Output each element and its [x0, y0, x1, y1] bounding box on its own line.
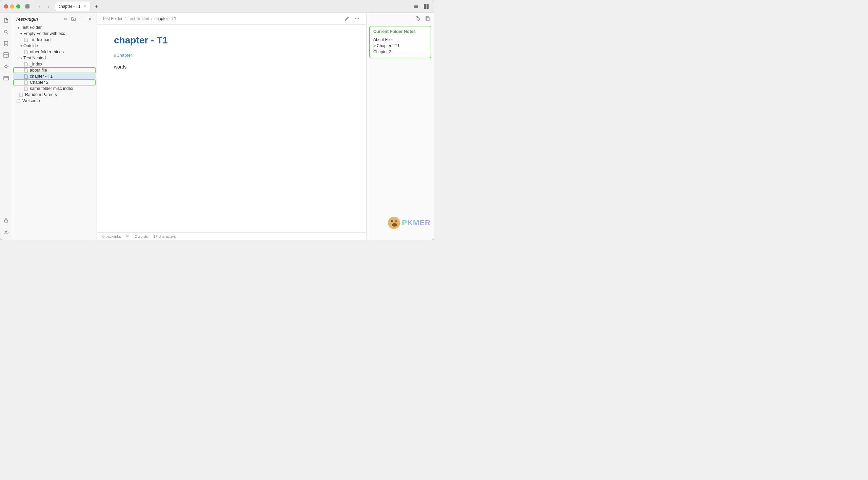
sidebar-item-chapter-t1[interactable]: chapter - T1 [13, 73, 96, 79]
svg-point-28 [417, 18, 418, 18]
svg-point-19 [5, 232, 7, 233]
file-label: same folder misc index [30, 86, 93, 91]
file-label: chapter - T1 [30, 74, 93, 79]
titlebar: ‹ › chapter - T1 × + [0, 0, 434, 13]
traffic-lights [4, 4, 20, 8]
sidebar-item-welcome[interactable]: Welcome [13, 98, 96, 104]
search-icon[interactable] [1, 27, 11, 37]
sidebar-actions: ✏ ✕ [62, 16, 93, 22]
collapse-panels-button[interactable] [412, 3, 420, 10]
right-panel-toolbar [367, 13, 434, 24]
files-icon[interactable] [1, 16, 11, 25]
file-label: about file [30, 68, 93, 73]
svg-rect-29 [427, 17, 429, 21]
close-button[interactable] [4, 4, 8, 8]
tab-label: chapter - T1 [59, 4, 80, 9]
svg-rect-3 [414, 7, 418, 8]
file-icon [23, 68, 28, 73]
folder-label: Test Nested [23, 56, 93, 60]
copy-button[interactable] [424, 15, 431, 22]
file-icon [23, 50, 28, 54]
sidebar-item-same-folder[interactable]: same folder misc index [13, 85, 96, 92]
svg-rect-2 [414, 6, 418, 7]
breadcrumb: Test Folder / Test Nested / chapter - T1 [97, 13, 366, 25]
file-label: _index [30, 62, 93, 66]
pkmer-text: PKMER [402, 218, 431, 227]
document-body[interactable]: words [114, 63, 349, 71]
collapse-action[interactable] [78, 16, 85, 22]
editor-toolbar [343, 15, 361, 22]
file-icon [23, 37, 28, 42]
timer-icon[interactable] [1, 216, 11, 226]
file-icon [23, 62, 28, 66]
svg-rect-1 [414, 5, 418, 6]
svg-point-33 [395, 220, 397, 222]
forward-button[interactable]: › [45, 3, 52, 10]
tabs-container: chapter - T1 × + [55, 2, 412, 11]
sidebar-item-test-nested[interactable]: ▾ Test Nested [13, 55, 96, 61]
folder-notes-card: Current Folder Notes About File > Chapte… [369, 26, 431, 58]
folder-notes-item-chapter-2[interactable]: Chapter 2 [373, 49, 427, 55]
svg-rect-0 [25, 4, 29, 8]
calendar-icon[interactable] [1, 73, 11, 83]
svg-point-31 [391, 220, 393, 222]
minimize-button[interactable] [10, 4, 14, 8]
file-label: Random Parents [25, 92, 93, 97]
tag-filter-button[interactable] [414, 15, 422, 22]
activity-bar-bottom [1, 216, 11, 240]
back-button[interactable]: ‹ [36, 3, 43, 10]
sidebar-item-random-parents[interactable]: Random Parents [13, 92, 96, 98]
arrow-icon: ▾ [16, 25, 21, 30]
breadcrumb-current: chapter - T1 [154, 16, 176, 21]
edit-action[interactable]: ✏ [62, 16, 69, 22]
nav-arrows: ‹ › [36, 3, 52, 10]
sidebar-item-outside[interactable]: ▾ Outside [13, 43, 96, 49]
bookmark-icon[interactable] [1, 39, 11, 48]
sidebar-item-test-folder[interactable]: ▾ Test Folder [13, 24, 96, 31]
plugin-name: TestPlugin [16, 17, 38, 22]
file-tree: ▾ Test Folder ▾ Empty Folder with exc _i… [12, 24, 97, 240]
breadcrumb-part-2[interactable]: Test Nested [128, 16, 149, 21]
sidebar-item-index[interactable]: _index [13, 61, 96, 67]
file-label: Welcome [22, 98, 93, 103]
arrow-icon: ▾ [19, 43, 23, 48]
new-folder-action[interactable] [70, 16, 77, 22]
tab-close-button[interactable]: × [82, 4, 87, 9]
layout-button[interactable] [422, 3, 430, 10]
settings-icon[interactable] [1, 228, 11, 237]
active-tab[interactable]: chapter - T1 × [55, 2, 91, 11]
editor-content[interactable]: chapter - T1 #Chapter words [97, 25, 366, 232]
layout-icon[interactable] [1, 50, 11, 60]
document-tag[interactable]: #Chapter [114, 53, 132, 58]
folder-label: Test Folder [21, 25, 93, 30]
arrow-icon: ▾ [19, 31, 23, 36]
breadcrumb-part-1[interactable]: Test Folder [102, 16, 122, 21]
edit-note-button[interactable] [343, 15, 351, 22]
maximize-button[interactable] [16, 4, 20, 8]
pencil-icon: ✏ [126, 234, 129, 238]
sidebar-item-index-bad[interactable]: _index bad [13, 37, 96, 43]
svg-point-11 [5, 65, 7, 68]
new-tab-button[interactable]: + [92, 2, 100, 11]
folder-notes-item-chapter-t1[interactable]: > Chapter - T1 [373, 43, 427, 49]
file-label: Chapter 2 [30, 80, 93, 85]
sidebar-header: TestPlugin ✏ [12, 13, 97, 24]
close-sidebar-action[interactable]: ✕ [86, 16, 93, 22]
plugin-icon[interactable] [1, 62, 11, 71]
sidebar-item-other-folder-things[interactable]: other folder things [13, 49, 96, 55]
backlinks-count: 0 backlinks [102, 234, 121, 238]
more-options-button[interactable] [353, 15, 361, 22]
file-icon [19, 92, 23, 97]
sidebar-item-about-file[interactable]: about file [13, 67, 96, 73]
activity-bar [0, 13, 12, 240]
file-icon [23, 80, 28, 85]
folder-notes-title: Current Folder Notes [373, 29, 427, 34]
svg-rect-12 [4, 76, 8, 80]
svg-point-25 [355, 18, 356, 19]
sidebar-item-chapter-2[interactable]: Chapter 2 [13, 79, 96, 85]
sidebar-item-empty-folder[interactable]: ▾ Empty Folder with exc [13, 31, 96, 37]
svg-rect-4 [424, 4, 426, 9]
file-icon [23, 74, 28, 79]
file-icon [16, 98, 21, 103]
folder-notes-item-about-file[interactable]: About File [373, 37, 427, 43]
